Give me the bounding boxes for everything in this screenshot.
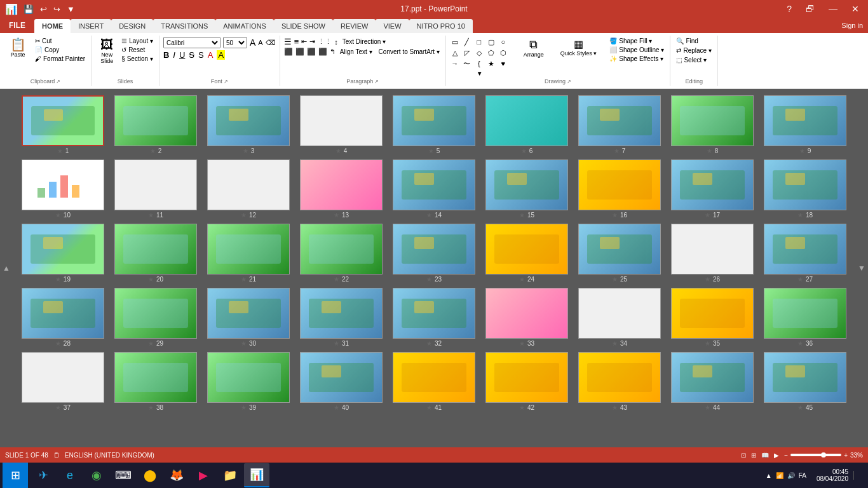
align-right-button[interactable]: ⬛ bbox=[307, 48, 316, 56]
reading-view-button[interactable]: 📖 bbox=[761, 452, 769, 459]
underline-button[interactable]: U bbox=[179, 50, 185, 60]
slide-item[interactable]: ★19 bbox=[19, 224, 107, 283]
slide-item[interactable]: ★43 bbox=[576, 352, 663, 411]
customize-quick-access-button[interactable]: ▼ bbox=[65, 3, 77, 15]
new-slide-button[interactable]: 🖼 New Slide bbox=[95, 37, 118, 65]
slide-item[interactable]: ★42 bbox=[483, 352, 571, 411]
close-button[interactable]: ✕ bbox=[848, 3, 863, 15]
shape-heart[interactable]: ♥ bbox=[498, 58, 508, 69]
decrease-indent-button[interactable]: ⇤ bbox=[301, 37, 307, 46]
taskbar-telegram[interactable]: ✈ bbox=[31, 463, 56, 487]
replace-button[interactable]: ⇄ Replace ▾ bbox=[674, 46, 713, 55]
format-painter-button[interactable]: 🖌 Format Painter bbox=[33, 55, 87, 63]
scroll-down-arrow[interactable]: ▼ bbox=[858, 264, 865, 273]
slide-item[interactable]: ★44 bbox=[668, 352, 756, 411]
quick-styles-button[interactable]: ▦ Quick Styles ▾ bbox=[558, 37, 600, 58]
taskbar-powerpoint[interactable]: 📊 bbox=[244, 463, 269, 487]
slide-item[interactable]: ★37 bbox=[19, 352, 107, 411]
slide-item[interactable]: ★45 bbox=[761, 352, 849, 411]
show-desktop-button[interactable] bbox=[853, 471, 865, 480]
taskbar-chrome[interactable]: ⬤ bbox=[137, 463, 163, 487]
slide-item[interactable]: ★35 bbox=[668, 288, 756, 347]
shape-star[interactable]: ★ bbox=[486, 58, 496, 69]
text-direction-button[interactable]: Text Direction ▾ bbox=[341, 37, 388, 46]
reset-button[interactable]: ↺ Reset bbox=[119, 46, 155, 54]
slide-item[interactable]: ★14 bbox=[390, 159, 478, 219]
slide-item[interactable]: ★16 bbox=[576, 159, 663, 219]
slide-item[interactable]: ★12 bbox=[205, 159, 292, 219]
shape-rounded-rect[interactable]: ▢ bbox=[486, 37, 496, 47]
zoom-out-button[interactable]: − bbox=[784, 452, 788, 459]
slide-item[interactable]: ★28 bbox=[19, 288, 107, 347]
justify-button[interactable]: ⬛ bbox=[318, 48, 327, 56]
shape-diamond[interactable]: ◇ bbox=[474, 48, 484, 58]
slide-item[interactable]: ★2 bbox=[112, 95, 200, 154]
clear-format-button[interactable]: ⌫ bbox=[266, 39, 276, 47]
redo-button[interactable]: ↪ bbox=[51, 3, 62, 15]
shape-rect[interactable]: ▭ bbox=[450, 37, 460, 47]
line-spacing-button[interactable]: ↕ bbox=[334, 38, 338, 46]
tab-design[interactable]: DESIGN bbox=[111, 19, 153, 33]
shape-fill-button[interactable]: 🪣 Shape Fill ▾ bbox=[607, 37, 666, 45]
slide-item[interactable]: ★8 bbox=[668, 95, 756, 154]
slide-item[interactable]: ★15 bbox=[483, 159, 571, 219]
slide-panel[interactable]: ★9★8★7★6★5★4★3★2★1★18★17★16★15★14★13★12★… bbox=[13, 89, 855, 447]
slide-item[interactable]: ★10 bbox=[19, 159, 107, 219]
highlight-button[interactable]: A bbox=[217, 50, 225, 60]
cut-button[interactable]: ✂ Cut bbox=[33, 37, 87, 45]
tab-home[interactable]: HOME bbox=[34, 19, 71, 33]
tab-file[interactable]: FILE bbox=[0, 18, 34, 33]
slide-item[interactable]: ★1 bbox=[19, 95, 107, 154]
bullets-button[interactable]: ☰ bbox=[284, 37, 292, 46]
arrange-button[interactable]: ⧉ Arrange bbox=[521, 37, 546, 59]
tab-animations[interactable]: ANIMATIONS bbox=[215, 19, 274, 33]
font-expand-icon[interactable]: ↗ bbox=[224, 79, 228, 85]
increase-indent-button[interactable]: ⇥ bbox=[309, 37, 315, 46]
font-color-button[interactable]: A bbox=[208, 50, 214, 60]
slide-item[interactable]: ★29 bbox=[112, 288, 200, 347]
slide-item[interactable]: ★32 bbox=[390, 288, 478, 347]
scroll-right[interactable]: ▼ bbox=[855, 89, 868, 447]
tab-slideshow[interactable]: SLIDE SHOW bbox=[274, 19, 333, 33]
sign-in-link[interactable]: Sign in bbox=[841, 22, 868, 29]
slide-item[interactable]: ★40 bbox=[297, 352, 385, 411]
slide-item[interactable]: ★18 bbox=[761, 159, 849, 219]
slide-item[interactable]: ★22 bbox=[297, 224, 385, 283]
slide-sorter-button[interactable]: ⊞ bbox=[751, 452, 756, 459]
strikethrough-button[interactable]: S bbox=[189, 50, 194, 60]
rtl-button[interactable]: ↰ bbox=[330, 48, 336, 56]
align-center-button[interactable]: ⬛ bbox=[295, 48, 304, 56]
slide-item[interactable]: ★24 bbox=[483, 224, 571, 283]
find-button[interactable]: 🔍 Find bbox=[674, 37, 700, 45]
clipboard-expand-icon[interactable]: ↗ bbox=[56, 79, 60, 85]
slide-item[interactable]: ★7 bbox=[576, 95, 663, 154]
paragraph-expand-icon[interactable]: ↗ bbox=[374, 79, 379, 85]
align-text-button[interactable]: Align Text ▾ bbox=[338, 48, 374, 56]
restore-button[interactable]: 🗗 bbox=[802, 3, 818, 15]
drawing-expand-icon[interactable]: ↗ bbox=[567, 79, 571, 85]
clock[interactable]: 00:45 08/04/2020 bbox=[817, 468, 848, 482]
slide-item[interactable]: ★34 bbox=[576, 288, 663, 347]
slide-item[interactable]: ★9 bbox=[761, 95, 849, 154]
slide-item[interactable]: ★41 bbox=[390, 352, 478, 411]
taskbar-explorer[interactable]: 📁 bbox=[217, 463, 243, 487]
layout-button[interactable]: ☰ Layout ▾ bbox=[119, 37, 155, 45]
slide-item[interactable]: ★36 bbox=[761, 288, 849, 347]
taskbar-keyboard[interactable]: ⌨ bbox=[111, 463, 136, 487]
shape-rtriangle[interactable]: ◸ bbox=[462, 48, 472, 58]
shape-pentagon[interactable]: ⬠ bbox=[486, 48, 496, 58]
section-button[interactable]: § Section ▾ bbox=[119, 55, 155, 63]
shape-outline-button[interactable]: ⬜ Shape Outline ▾ bbox=[607, 46, 666, 54]
slide-item[interactable]: ★5 bbox=[390, 95, 478, 154]
slide-show-button[interactable]: ▶ bbox=[774, 452, 779, 459]
zoom-thumb[interactable] bbox=[821, 452, 826, 458]
shape-line[interactable]: ╱ bbox=[462, 37, 472, 47]
save-button[interactable]: 💾 bbox=[22, 3, 36, 15]
tab-view[interactable]: VIEW bbox=[376, 19, 409, 33]
scroll-left[interactable]: ▲ bbox=[0, 89, 13, 447]
slide-item[interactable]: ★39 bbox=[205, 352, 292, 411]
shapes-more-button[interactable]: ▼ bbox=[450, 70, 510, 77]
bold-button[interactable]: B bbox=[163, 50, 169, 60]
select-button[interactable]: ⬚ Select ▾ bbox=[674, 56, 709, 64]
shape-wave[interactable]: 〜 bbox=[462, 58, 472, 69]
